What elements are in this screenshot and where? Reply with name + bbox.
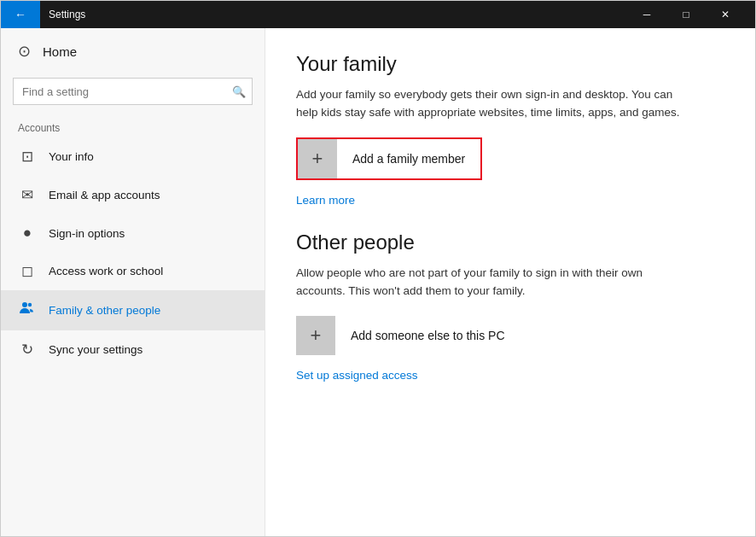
- search-box: 🔍: [13, 78, 253, 105]
- family-description: Add your family so everybody gets their …: [296, 86, 689, 122]
- sidebar-item-label: Email & app accounts: [49, 189, 160, 201]
- sidebar-item-access-work-school[interactable]: ◻ Access work or school: [1, 252, 265, 290]
- add-family-member-button[interactable]: + Add a family member: [296, 137, 482, 180]
- add-family-member-label: Add a family member: [337, 152, 480, 166]
- sidebar-item-label: Sign-in options: [49, 227, 125, 240]
- maximize-button[interactable]: □: [666, 1, 706, 28]
- back-button[interactable]: ←: [1, 1, 40, 28]
- search-input[interactable]: [13, 78, 253, 105]
- other-people-title: Other people: [296, 231, 724, 254]
- briefcase-icon: ◻: [18, 262, 37, 280]
- add-someone-else-label: Add someone else to this PC: [335, 329, 520, 342]
- add-family-plus-icon: +: [298, 139, 337, 178]
- sidebar-item-email-app-accounts[interactable]: ✉ Email & app accounts: [1, 176, 265, 214]
- sidebar-home[interactable]: ⊙ Home: [1, 28, 265, 74]
- search-icon: 🔍: [232, 85, 246, 98]
- sync-icon: ↻: [18, 341, 37, 359]
- family-icon: [18, 301, 37, 320]
- svg-point-0: [22, 302, 27, 307]
- window-controls: ─ □ ✕: [627, 1, 745, 28]
- assigned-access-link[interactable]: Set up assigned access: [296, 369, 418, 382]
- add-someone-else-button[interactable]: + Add someone else to this PC: [296, 316, 520, 355]
- back-icon: ←: [15, 8, 26, 21]
- sidebar-item-your-info[interactable]: ⊡ Your info: [1, 137, 265, 176]
- home-label: Home: [43, 44, 77, 59]
- key-icon: ●: [18, 225, 37, 242]
- sidebar-item-label: Your info: [49, 150, 94, 163]
- add-person-plus-icon: +: [296, 316, 335, 355]
- email-icon: ✉: [18, 186, 37, 204]
- sidebar: ⊙ Home 🔍 Accounts ⊡ Your info ✉ Email & …: [1, 28, 265, 536]
- other-people-description: Allow people who are not part of your fa…: [296, 265, 689, 301]
- home-icon: ⊙: [18, 42, 31, 61]
- sidebar-item-label: Sync your settings: [49, 343, 142, 356]
- titlebar: ← Settings ─ □ ✕: [1, 1, 755, 28]
- family-title: Your family: [296, 52, 724, 76]
- settings-window: ← Settings ─ □ ✕ ⊙ Home 🔍 Accounts ⊡ You…: [0, 0, 756, 537]
- sidebar-item-sign-in-options[interactable]: ● Sign-in options: [1, 214, 265, 252]
- sidebar-item-label: Access work or school: [49, 265, 163, 277]
- minimize-button[interactable]: ─: [627, 1, 666, 28]
- window-title: Settings: [49, 9, 627, 20]
- learn-more-link[interactable]: Learn more: [296, 194, 355, 207]
- sidebar-item-label: Family & other people: [49, 304, 160, 317]
- main-content: Your family Add your family so everybody…: [265, 28, 755, 536]
- content-area: ⊙ Home 🔍 Accounts ⊡ Your info ✉ Email & …: [1, 28, 755, 536]
- sidebar-item-sync-settings[interactable]: ↻ Sync your settings: [1, 330, 265, 369]
- accounts-section-label: Accounts: [1, 117, 265, 137]
- sidebar-item-family-other-people[interactable]: Family & other people: [1, 290, 265, 330]
- your-info-icon: ⊡: [18, 148, 37, 166]
- close-button[interactable]: ✕: [706, 1, 745, 28]
- svg-point-1: [28, 303, 32, 306]
